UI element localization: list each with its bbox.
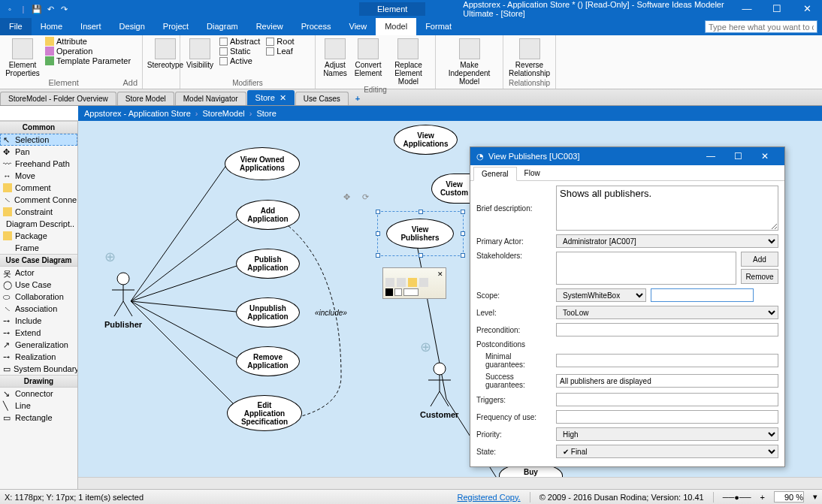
brief-description-field[interactable]: Shows all publishers.: [556, 186, 778, 231]
breadcrumb-item[interactable]: StoreModel: [203, 109, 245, 118]
palette-header-ucd[interactable]: Use Case Diagram: [0, 254, 77, 267]
tool-rectangle[interactable]: ▭Rectangle: [0, 412, 77, 424]
menu-format[interactable]: Format: [416, 18, 461, 35]
tool-selection[interactable]: ↖Selection: [0, 134, 77, 146]
make-independent-model-button[interactable]: Make Independent Model: [440, 37, 498, 86]
zoom-plus-icon[interactable]: +: [760, 493, 765, 502]
add-hint-icon[interactable]: ⊕: [104, 249, 116, 265]
tool-collaboration[interactable]: ⬭Collaboration: [0, 291, 77, 303]
state-select[interactable]: ✔ Final: [556, 445, 778, 458]
doctab-store-model[interactable]: Store Model: [117, 92, 174, 105]
dialog-minimize-button[interactable]: —: [697, 151, 724, 161]
zoom-dropdown-icon[interactable]: ▾: [813, 492, 817, 502]
close-tab-icon[interactable]: ✕: [280, 93, 286, 102]
stereotype-button[interactable]: Stereotype: [147, 37, 183, 69]
context-tab-element[interactable]: Element: [359, 2, 425, 16]
primary-actor-select[interactable]: Administrator [AC007]: [556, 234, 778, 248]
usecase-view-publishers[interactable]: View Publishers: [386, 219, 454, 249]
doctab-folder-overview[interactable]: StoreModel - Folder Overview: [0, 92, 116, 105]
tool-freehand[interactable]: 〰Freehand Path: [0, 158, 77, 170]
horizontal-scrollbar[interactable]: [78, 477, 822, 489]
menu-design[interactable]: Design: [110, 18, 154, 35]
scope-select[interactable]: SystemWhiteBox: [556, 288, 646, 302]
add-hint-icon[interactable]: ⊕: [420, 339, 431, 355]
zoom-field[interactable]: [774, 491, 804, 502]
usecase-publish[interactable]: Publish Application: [236, 249, 300, 279]
tool-association[interactable]: ⟍Association: [0, 303, 77, 315]
doctab-use-cases[interactable]: Use Cases: [295, 92, 349, 105]
tool-realization[interactable]: ⤍Realization: [0, 351, 77, 363]
attribute-button[interactable]: Attribute: [44, 37, 132, 46]
menu-project[interactable]: Project: [154, 18, 198, 35]
tab-general[interactable]: General: [473, 167, 517, 181]
save-icon[interactable]: 💾: [32, 4, 42, 14]
dialog-close-button[interactable]: ✕: [751, 151, 778, 161]
menu-process[interactable]: Process: [292, 18, 340, 35]
tool-comment[interactable]: Comment: [0, 182, 77, 194]
replace-element-model-button[interactable]: Replace Element Model: [386, 37, 431, 86]
palette-header-drawing[interactable]: Drawing: [0, 375, 77, 388]
tool-diagram-description[interactable]: Diagram Descript..: [0, 218, 77, 230]
root-checkbox[interactable]: Root: [264, 37, 295, 46]
abstract-checkbox[interactable]: Abstract: [218, 37, 261, 46]
stakeholders-list[interactable]: [556, 252, 736, 285]
success-guarantees-field[interactable]: [556, 374, 778, 388]
precondition-field[interactable]: [556, 323, 778, 337]
close-button[interactable]: ✕: [792, 0, 822, 18]
tool-frame[interactable]: Frame: [0, 242, 77, 254]
actor-customer[interactable]: Customer: [420, 361, 458, 419]
menu-view[interactable]: View: [340, 18, 376, 35]
menu-home[interactable]: Home: [32, 18, 71, 35]
usecase-view-owned[interactable]: View Owned Applications: [225, 147, 300, 180]
quick-toolbar[interactable]: ✕: [382, 267, 446, 299]
tool-extend[interactable]: ⤍Extend: [0, 327, 77, 339]
tool-generalization[interactable]: ↗Generalization: [0, 339, 77, 351]
template-parameter-button[interactable]: Template Parameter: [44, 56, 132, 65]
zoom-slider[interactable]: ──●──: [723, 493, 751, 502]
usecase-view-apps[interactable]: View Applications: [394, 125, 458, 155]
search-input[interactable]: [705, 20, 817, 33]
usecase-unpublish[interactable]: Unpublish Application: [236, 297, 300, 327]
doctab-model-navigator[interactable]: Model Navigator: [175, 92, 246, 105]
breadcrumb-item[interactable]: Appstorex - Application Store: [84, 109, 191, 118]
redo-icon[interactable]: ↷: [59, 4, 69, 14]
menu-diagram[interactable]: Diagram: [198, 18, 247, 35]
static-checkbox[interactable]: Static: [218, 47, 261, 56]
menu-insert[interactable]: Insert: [71, 18, 110, 35]
tab-flow[interactable]: Flow: [517, 167, 548, 180]
tool-actor[interactable]: 옷Actor: [0, 267, 77, 279]
app-icon[interactable]: ◦: [5, 4, 15, 14]
reverse-relationship-button[interactable]: Reverse Relationship: [508, 37, 551, 77]
menu-file[interactable]: File: [0, 18, 32, 35]
active-checkbox[interactable]: Active: [218, 56, 261, 65]
usecase-edit-spec[interactable]: Edit Application Specification: [227, 395, 302, 431]
level-select[interactable]: TooLow: [556, 306, 778, 319]
tool-system-boundary[interactable]: ▭System Boundary: [0, 363, 77, 375]
element-properties-button[interactable]: Element Properties: [5, 37, 41, 77]
properties-dialog[interactable]: ◔ View Publishers [UC003] — ☐ ✕ General …: [470, 146, 785, 467]
frequency-field[interactable]: [556, 410, 778, 424]
menu-model[interactable]: Model: [376, 18, 416, 35]
operation-button[interactable]: Operation: [44, 47, 132, 56]
tool-constraint[interactable]: Constraint: [0, 206, 77, 218]
tool-usecase[interactable]: ◯Use Case: [0, 279, 77, 291]
menu-review[interactable]: Review: [247, 18, 292, 35]
tool-connector[interactable]: ↘Connector: [0, 388, 77, 400]
breadcrumb-item[interactable]: Store: [256, 109, 276, 118]
maximize-button[interactable]: ☐: [762, 0, 792, 18]
usecase-add-app[interactable]: Add Application: [236, 200, 300, 230]
add-tab-button[interactable]: +: [349, 92, 366, 105]
actor-publisher[interactable]: Publisher: [104, 271, 142, 329]
tool-line[interactable]: ╲Line: [0, 400, 77, 412]
doctab-store[interactable]: Store✕: [247, 90, 295, 105]
tool-pan[interactable]: ✥Pan: [0, 146, 77, 158]
minimal-guarantees-field[interactable]: [556, 354, 778, 367]
tool-package[interactable]: Package: [0, 230, 77, 242]
visibility-button[interactable]: Visibility: [185, 37, 215, 69]
add-button[interactable]: Add: [741, 252, 778, 267]
tool-comment-connector[interactable]: ⟍Comment Conne..: [0, 194, 77, 206]
adjust-names-button[interactable]: Adjust Names: [320, 37, 350, 77]
tool-include[interactable]: ⤍Include: [0, 315, 77, 327]
undo-icon[interactable]: ↶: [45, 4, 56, 14]
leaf-checkbox[interactable]: Leaf: [264, 47, 295, 56]
